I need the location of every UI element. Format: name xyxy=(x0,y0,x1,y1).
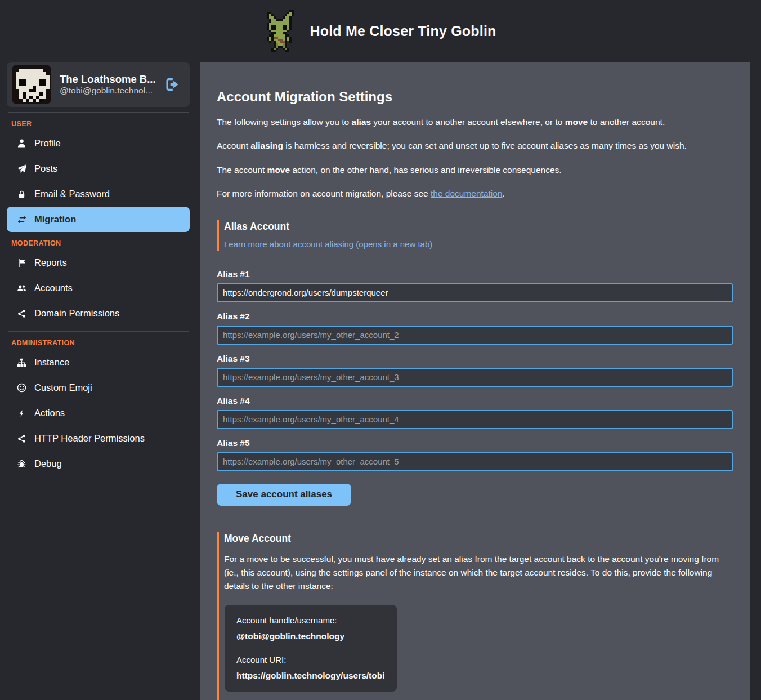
divider xyxy=(8,331,189,332)
settings-content-panel[interactable]: Account Migration Settings The following… xyxy=(200,62,750,700)
alias-1-label: Alias #1 xyxy=(217,269,733,279)
alias-account-section: Alias Account Learn more about account a… xyxy=(217,220,733,506)
alias-3-input[interactable] xyxy=(217,368,733,387)
spacer xyxy=(236,641,385,655)
sidebar-item-label: Actions xyxy=(34,408,65,418)
bold-text: move xyxy=(565,117,588,127)
sidebar-item-label: Debug xyxy=(34,458,62,469)
alias-field: Alias #1 xyxy=(217,269,733,302)
sidebar-item-label: Email & Password xyxy=(34,189,110,199)
alias-field: Alias #2 xyxy=(217,311,733,345)
sidebar-item-label: Reports xyxy=(34,257,67,268)
bug-icon xyxy=(16,460,27,469)
alias-field: Alias #5 xyxy=(217,438,733,471)
alias-4-label: Alias #4 xyxy=(217,396,733,406)
nav-section-user: USER xyxy=(11,120,190,128)
bold-text: aliasing xyxy=(250,141,283,150)
alias-4-input[interactable] xyxy=(217,410,733,429)
sidebar-item-label: Instance xyxy=(34,357,69,368)
user-handle: @tobi@goblin.technol... xyxy=(60,86,153,95)
lock-icon xyxy=(16,190,27,199)
bold-text: alias xyxy=(352,117,371,127)
skull-avatar xyxy=(12,65,51,104)
alias-2-label: Alias #2 xyxy=(217,311,733,322)
sidebar-item-http-header-permissions[interactable]: HTTP Header Permissions xyxy=(7,426,190,451)
account-handle-value: @tobi@goblin.technology xyxy=(236,631,385,641)
sidebar-item-profile[interactable]: Profile xyxy=(7,131,190,156)
display-name: The Loathsome B... xyxy=(60,73,156,85)
nav-section-moderation: MODERATION xyxy=(11,239,190,247)
documentation-link[interactable]: the documentation xyxy=(431,189,503,198)
nav-section-administration: ADMINISTRATION xyxy=(11,339,190,347)
alias-2-input[interactable] xyxy=(217,326,733,345)
account-handle-label: Account handle/username: xyxy=(236,616,385,625)
alias-1-input[interactable] xyxy=(217,283,733,302)
sidebar-item-email-password[interactable]: Email & Password xyxy=(7,181,190,207)
app-header: Hold Me Closer Tiny Goblin xyxy=(0,0,761,62)
sitemap-icon xyxy=(16,358,27,367)
alias-account-docs: Alias Account Learn more about account a… xyxy=(217,220,733,251)
move-account-docs: Move Account For a move to be successful… xyxy=(217,532,733,700)
move-account-section: Move Account For a move to be successful… xyxy=(217,532,733,700)
alias-account-heading: Alias Account xyxy=(224,221,733,233)
sidebar-item-debug[interactable]: Debug xyxy=(7,451,190,476)
sidebar-item-label: Posts xyxy=(34,163,57,174)
sign-out-icon[interactable] xyxy=(165,77,180,92)
sidebar-item-custom-emoji[interactable]: Custom Emoji xyxy=(7,375,190,400)
smiley-icon xyxy=(16,383,27,393)
sidebar-item-migration[interactable]: Migration xyxy=(7,207,190,232)
account-uri-label: Account URI: xyxy=(236,655,385,665)
bolt-icon xyxy=(16,409,27,418)
paper-plane-icon xyxy=(16,164,27,174)
sidebar-item-label: Migration xyxy=(34,214,76,225)
user-icon xyxy=(16,139,27,148)
share-nodes-icon xyxy=(16,309,27,318)
account-uri-value: https://goblin.technology/users/tobi xyxy=(236,671,385,681)
user-card[interactable]: The Loathsome B... @tobi@goblin.technol.… xyxy=(7,62,190,107)
sidebar-item-posts[interactable]: Posts xyxy=(7,156,190,181)
alias-field: Alias #4 xyxy=(217,396,733,429)
intro-paragraph: Account aliasing is harmless and reversi… xyxy=(217,140,733,152)
user-names: The Loathsome B... @tobi@goblin.technol.… xyxy=(60,73,156,96)
users-icon xyxy=(16,284,27,293)
alias-3-label: Alias #3 xyxy=(217,354,733,364)
alias-5-input[interactable] xyxy=(217,452,733,471)
goblin-logo-icon xyxy=(265,10,296,52)
sidebar-item-reports[interactable]: Reports xyxy=(7,250,190,275)
sidebar-item-label: Profile xyxy=(34,138,61,149)
intro-paragraph: For more information on account migratio… xyxy=(217,188,733,200)
sidebar-item-accounts[interactable]: Accounts xyxy=(7,275,190,301)
move-account-details: Account handle/username: @tobi@goblin.te… xyxy=(225,605,397,692)
divider xyxy=(8,112,189,113)
flag-icon xyxy=(16,258,27,267)
sidebar-item-actions[interactable]: Actions xyxy=(7,400,190,426)
sidebar-item-label: Domain Permissions xyxy=(34,308,119,319)
move-account-description: For a move to be successful, you must ha… xyxy=(224,552,733,593)
exchange-arrows-icon xyxy=(16,215,27,224)
share-nodes-icon xyxy=(16,434,27,443)
alias-field: Alias #3 xyxy=(217,354,733,387)
sidebar-item-label: Custom Emoji xyxy=(34,382,92,393)
sidebar-item-instance[interactable]: Instance xyxy=(7,350,190,375)
save-account-aliases-button[interactable]: Save account aliases xyxy=(217,484,351,506)
alias-5-label: Alias #5 xyxy=(217,438,733,448)
sidebar: The Loathsome B... @tobi@goblin.technol.… xyxy=(7,62,190,476)
instance-title: Hold Me Closer Tiny Goblin xyxy=(310,23,496,39)
bold-text: move xyxy=(267,165,290,175)
intro-paragraph: The following settings allow you to alia… xyxy=(217,116,733,128)
intro-paragraph: The account move action, on the other ha… xyxy=(217,164,733,176)
alias-docs-link[interactable]: Learn more about account aliasing (opens… xyxy=(224,239,432,249)
sidebar-item-domain-permissions[interactable]: Domain Permissions xyxy=(7,301,190,326)
sidebar-item-label: HTTP Header Permissions xyxy=(34,433,145,444)
sidebar-item-label: Accounts xyxy=(34,283,73,293)
page-title: Account Migration Settings xyxy=(217,89,733,105)
move-account-heading: Move Account xyxy=(224,533,733,545)
